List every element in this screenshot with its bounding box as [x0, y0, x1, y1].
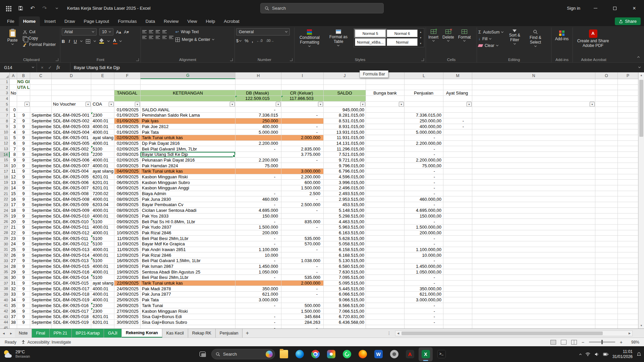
cell-B19[interactable]: 9	[17, 180, 30, 185]
cell-M10[interactable]	[443, 129, 472, 135]
cell-A38[interactable]: 32	[10, 286, 17, 292]
cell-N9[interactable]	[472, 124, 595, 130]
cell-H25[interactable]: 150.000	[235, 214, 281, 219]
row-header-38[interactable]: 38	[0, 286, 10, 292]
cell-K40[interactable]	[366, 297, 405, 303]
cell-L10[interactable]: 5.000.000,00	[405, 129, 443, 135]
column-header-G[interactable]: G	[141, 72, 235, 79]
cell-J5[interactable]: ▾	[324, 102, 366, 107]
cell-N29[interactable]	[472, 236, 595, 241]
cell-H14[interactable]	[235, 152, 281, 158]
cell-N25[interactable]	[472, 214, 595, 219]
cell-O14[interactable]	[595, 152, 618, 158]
cell-G41[interactable]: Tarik Tunai	[141, 303, 235, 309]
cell-O18[interactable]	[595, 174, 618, 180]
cell-D12[interactable]: SDL-BM-0925-005	[52, 141, 91, 146]
cell-A29[interactable]: 23	[10, 236, 17, 241]
cell-E21[interactable]: 7200.02	[91, 191, 114, 197]
cell-B39[interactable]: 9	[17, 292, 30, 297]
cell-C37[interactable]: September	[30, 281, 52, 286]
cell-O38[interactable]	[595, 286, 618, 292]
cell-N17[interactable]	[472, 169, 595, 174]
filter-button-N5[interactable]: ▾	[590, 102, 595, 107]
cell-P26[interactable]	[618, 219, 638, 225]
cell-G11[interactable]: Tarik Tunai untuk kas	[141, 135, 235, 141]
cell-D40[interactable]: SDL-BM-0925-019	[52, 297, 91, 303]
cell-F32[interactable]: 12/09/2025	[114, 252, 141, 258]
row-header-18[interactable]: 18	[0, 174, 10, 180]
cell-A21[interactable]: 15	[10, 191, 17, 197]
cell-I25[interactable]	[281, 214, 324, 219]
cell-P3[interactable]	[618, 90, 638, 96]
cell-B23[interactable]: 9	[17, 202, 30, 208]
cell-N20[interactable]	[472, 185, 595, 191]
cell-F37[interactable]: 22/09/2025	[114, 281, 141, 286]
cell-M14[interactable]	[443, 152, 472, 158]
cell-F34[interactable]: 19/09/2025	[114, 264, 141, 269]
cell-C16[interactable]: September	[30, 163, 52, 169]
cell-N15[interactable]	[472, 158, 595, 163]
cell-C19[interactable]: September	[30, 180, 52, 185]
cell-J9[interactable]: 8.931.015,00	[324, 124, 366, 130]
cell-P23[interactable]	[618, 202, 638, 208]
cell-N45[interactable]	[472, 325, 595, 328]
cell-B45[interactable]	[17, 325, 30, 328]
copy-button[interactable]: Copy	[23, 36, 56, 41]
cell-E25[interactable]: 4000.01	[91, 214, 114, 219]
cell-O6[interactable]	[595, 107, 618, 113]
cell-E22[interactable]: 4000.01	[91, 196, 114, 202]
ribbon-tab-data[interactable]: Data	[141, 16, 160, 26]
cell-G18[interactable]: Kasbon Mingguan Riski	[141, 174, 235, 180]
cell-H7[interactable]: 7.336.015	[235, 113, 281, 118]
cell-B34[interactable]: 9	[17, 264, 30, 269]
cell-M35[interactable]	[443, 269, 472, 275]
row-header-7[interactable]: 7	[0, 113, 10, 118]
cell-N36[interactable]	[472, 275, 595, 281]
vertical-scrollbar[interactable]: ▲ ▼	[638, 72, 644, 328]
cell-B15[interactable]: 9	[17, 158, 30, 163]
cell-A45[interactable]	[10, 325, 17, 328]
cell-G34[interactable]: Pak Isman 2867	[141, 264, 235, 269]
cell-H16[interactable]: 75.000	[235, 163, 281, 169]
battery-icon[interactable]	[603, 353, 608, 356]
row-header-32[interactable]: 32	[0, 252, 10, 258]
cell-K14[interactable]	[366, 152, 405, 158]
cell-M8[interactable]: -	[443, 118, 472, 124]
cell-J25[interactable]: 5.298.515,00	[324, 214, 366, 219]
cell-I27[interactable]: -	[281, 225, 324, 230]
save-icon[interactable]	[15, 3, 25, 13]
task-view-button[interactable]	[196, 347, 210, 361]
cell-M6[interactable]	[443, 107, 472, 113]
cell-O7[interactable]	[595, 113, 618, 118]
cell-P20[interactable]	[618, 185, 638, 191]
cell-H35[interactable]: 1.050.000	[235, 269, 281, 275]
cell-N6[interactable]	[472, 107, 595, 113]
cell-I17[interactable]: 3.000.000	[281, 169, 324, 174]
cell-M5[interactable]: ▾	[443, 102, 472, 107]
cell-L13[interactable]: -	[405, 146, 443, 152]
page-break-view-button[interactable]	[571, 340, 577, 345]
cell-L33[interactable]: -	[405, 258, 443, 264]
cell-H10[interactable]: 5.000.000	[235, 129, 281, 135]
cell-L38[interactable]: 350.000,00	[405, 286, 443, 292]
cell-D38[interactable]: SDL-BM-0925-017	[52, 286, 91, 292]
cell-E11[interactable]: ayat silang	[91, 135, 114, 141]
cell-B35[interactable]: 9	[17, 269, 30, 275]
filter-button-B5[interactable]: ▾	[24, 102, 30, 107]
cell-G23[interactable]: Bayar Pembuatan Cv	[141, 202, 235, 208]
row-header-10[interactable]: 10	[0, 129, 10, 135]
cell-E23[interactable]: 6203.04	[91, 202, 114, 208]
cell-E44[interactable]: 6201.01	[91, 320, 114, 325]
cell-E28[interactable]: 4000.01	[91, 230, 114, 236]
cell-I40[interactable]	[281, 297, 324, 303]
row-header-44[interactable]: 44	[0, 320, 10, 325]
cell-E33[interactable]: 5100	[91, 258, 114, 264]
cell-A41[interactable]: 35	[10, 303, 17, 309]
cell-I42[interactable]: 1.500.000	[281, 308, 324, 314]
row-header-45[interactable]: 45	[0, 325, 10, 328]
cell-J45[interactable]	[324, 325, 366, 328]
cell-D42[interactable]: SDL-BK-0925-017	[52, 308, 91, 314]
cell-I29[interactable]: 535.000	[281, 236, 324, 241]
cell-O35[interactable]	[595, 269, 618, 275]
cell-O2[interactable]	[595, 85, 618, 90]
